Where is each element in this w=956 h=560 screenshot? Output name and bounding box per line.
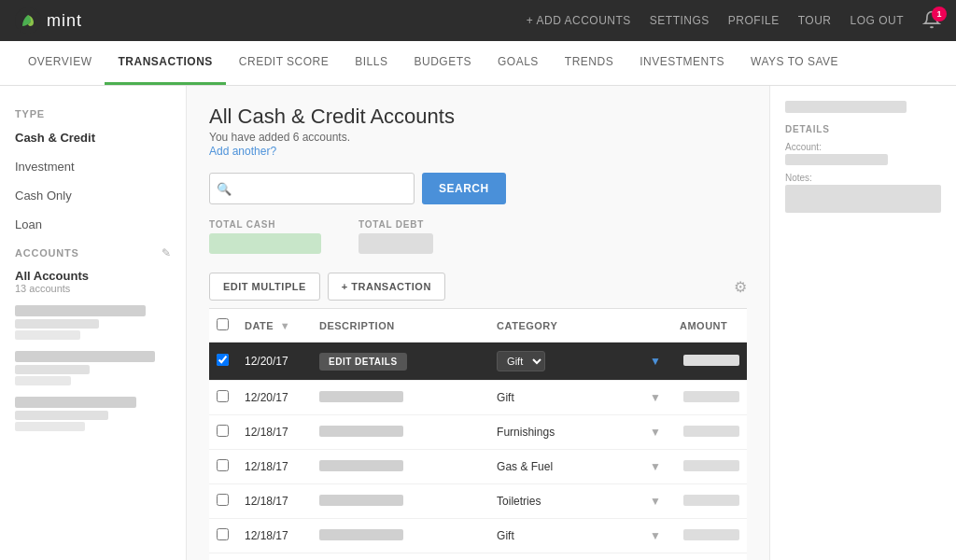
settings-gear-icon[interactable]: ⚙ <box>734 278 747 296</box>
total-debt-label: TOTAL DEBT <box>358 219 433 230</box>
header-date[interactable]: Date ▼ <box>237 309 312 343</box>
sidebar-accounts-header: Accounts ✎ <box>0 239 186 263</box>
row-date: 12/18/17 <box>237 553 312 561</box>
table-row: 12/20/17EDIT DETAILSGift▼ <box>209 343 747 381</box>
row-checkbox[interactable] <box>217 459 229 471</box>
top-nav: mint + ADD ACCOUNTS SETTINGS PROFILE TOU… <box>0 0 956 41</box>
row-date: 12/18/17 <box>237 450 312 484</box>
tour-link[interactable]: TOUR <box>798 14 832 27</box>
row-date: 12/20/17 <box>237 381 312 415</box>
toolbar: EDIT MULTIPLE + TRANSACTION ⚙ <box>209 273 747 301</box>
row-checkbox[interactable] <box>217 528 229 540</box>
category-select[interactable]: Gift <box>497 351 545 371</box>
sidebar-item-cash-only[interactable]: Cash Only <box>0 181 186 210</box>
add-accounts-link[interactable]: + ADD ACCOUNTS <box>527 14 631 27</box>
row-category: Furnishings <box>489 415 639 450</box>
edit-accounts-icon[interactable]: ✎ <box>162 246 171 259</box>
select-all-checkbox[interactable] <box>217 318 229 330</box>
category-filter-button[interactable]: ▼ <box>646 353 665 370</box>
add-transaction-button[interactable]: + TRANSACTION <box>328 273 445 301</box>
sidebar-accounts-label: Accounts <box>15 247 79 259</box>
row-amount-blurred <box>683 495 739 506</box>
search-input[interactable] <box>209 173 415 204</box>
sidebar-item-cash-credit[interactable]: Cash & Credit <box>0 123 186 152</box>
notes-field-label: Notes: <box>785 173 941 183</box>
row-amount <box>672 381 747 415</box>
nav-transactions[interactable]: TRANSACTIONS <box>105 40 225 85</box>
table-row: 12/18/17Gift▼ <box>209 519 747 553</box>
sidebar-account-2[interactable] <box>0 345 186 391</box>
table-row: 12/20/17Gift▼ <box>209 381 747 415</box>
logout-link[interactable]: LOG OUT <box>850 14 904 27</box>
date-sort-icon: ▼ <box>280 320 290 331</box>
notes-field-value <box>785 185 941 213</box>
account3-sub <box>15 411 108 420</box>
row-filter: ▼ <box>639 381 672 415</box>
search-button[interactable]: SEARCH <box>422 173 506 204</box>
right-panel-account <box>785 101 941 113</box>
row-description <box>312 450 489 484</box>
search-row: 🔍 SEARCH <box>209 173 747 204</box>
right-panel-account-name <box>785 101 907 113</box>
nav-goals[interactable]: GOALS <box>485 40 552 85</box>
edit-multiple-button[interactable]: EDIT MULTIPLE <box>209 273 320 301</box>
right-panel: DETAILS Account: Notes: <box>769 86 956 560</box>
account-count: You have added 6 accounts. <box>209 131 747 144</box>
sidebar-all-accounts[interactable]: All Accounts 13 accounts <box>0 263 186 300</box>
row-desc-blurred <box>319 495 403 506</box>
nav-trends[interactable]: TRENDS <box>552 40 626 85</box>
profile-link[interactable]: PROFILE <box>728 14 780 27</box>
add-another-link[interactable]: Add another? <box>209 145 276 158</box>
search-icon: 🔍 <box>217 182 232 196</box>
row-checkbox[interactable] <box>217 425 229 437</box>
row-checkbox[interactable] <box>217 354 229 366</box>
nav-budgets[interactable]: BUDGETS <box>401 40 485 85</box>
row-filter: ▼ <box>639 553 672 561</box>
category-filter-button[interactable]: ▼ <box>646 424 665 441</box>
row-description: EDIT DETAILS <box>312 343 489 381</box>
notification-bell[interactable]: 1 <box>922 10 941 32</box>
row-amount-blurred <box>683 426 739 437</box>
transactions-table: Date ▼ Description Category Amount 12/20… <box>209 309 747 560</box>
category-filter-button[interactable]: ▼ <box>646 458 665 475</box>
row-amount-blurred <box>683 391 739 402</box>
nav-ways-to-save[interactable]: WAYS TO SAVE <box>738 40 851 85</box>
row-desc-blurred <box>319 426 403 437</box>
category-filter-button[interactable]: ▼ <box>646 389 665 406</box>
settings-link[interactable]: SETTINGS <box>650 14 710 27</box>
row-amount <box>672 519 747 553</box>
account-field-value <box>785 154 888 165</box>
row-description <box>312 519 489 553</box>
total-cash-stat: TOTAL CASH <box>209 219 321 254</box>
sidebar-account-1[interactable] <box>0 300 186 345</box>
category-filter-button[interactable]: ▼ <box>646 493 665 510</box>
row-description <box>312 553 489 561</box>
header-filter-col <box>639 309 672 343</box>
row-amount <box>672 553 747 561</box>
table-row: 12/18/17Home Supplies▼ <box>209 553 747 561</box>
sidebar-item-investment[interactable]: Investment <box>0 152 186 181</box>
total-debt-value <box>358 233 433 254</box>
all-accounts-name: All Accounts <box>15 269 171 283</box>
nav-bills[interactable]: BILLS <box>342 40 401 85</box>
row-filter: ▼ <box>639 343 672 381</box>
row-checkbox[interactable] <box>217 494 229 506</box>
edit-details-tooltip[interactable]: EDIT DETAILS <box>319 353 407 371</box>
row-filter: ▼ <box>639 484 672 519</box>
category-filter-button[interactable]: ▼ <box>646 527 665 544</box>
nav-overview[interactable]: OVERVIEW <box>15 40 105 85</box>
row-checkbox[interactable] <box>217 390 229 402</box>
row-amount <box>672 343 747 381</box>
nav-credit-score[interactable]: CREDIT SCORE <box>226 40 342 85</box>
account3-name <box>15 397 136 408</box>
row-date: 12/18/17 <box>237 415 312 450</box>
header-category: Category <box>489 309 639 343</box>
transaction-rows: 12/20/17EDIT DETAILSGift▼12/20/17Gift▼12… <box>209 343 747 561</box>
row-desc-blurred <box>319 391 403 402</box>
row-amount <box>672 415 747 450</box>
row-filter: ▼ <box>639 415 672 450</box>
sidebar-account-3[interactable] <box>0 391 186 437</box>
row-date: 12/18/17 <box>237 484 312 519</box>
nav-investments[interactable]: INVESTMENTS <box>626 40 738 85</box>
sidebar-item-loan[interactable]: Loan <box>0 210 186 239</box>
